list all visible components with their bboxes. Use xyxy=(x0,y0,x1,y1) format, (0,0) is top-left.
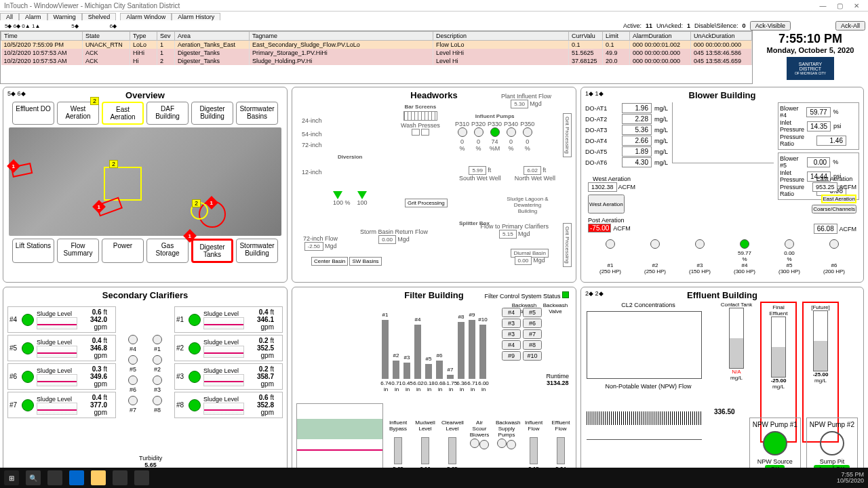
filter-bar[interactable]: #86.36in xyxy=(458,322,465,379)
filter-select-button[interactable]: #4 xyxy=(502,340,521,350)
search-icon[interactable]: 🔍 xyxy=(26,470,41,485)
nav-effluent-do[interactable]: Effluent DO xyxy=(12,102,54,125)
alarm-row[interactable]: 10/5/2020 7:55:09 PMUNACK_RTNLoLo1Aerati… xyxy=(1,41,752,49)
overview-badge: 5◆ 6◆ xyxy=(7,90,26,97)
pump-icon xyxy=(189,371,201,383)
nav-daf-building[interactable]: DAF Building xyxy=(146,102,189,125)
clarifier-item[interactable]: #6Sludge Level0.3 ft349.6 gpm xyxy=(7,363,116,390)
clarifier-item[interactable]: #1Sludge Level0.4 ft346.1 gpm xyxy=(174,306,283,333)
tab-warning[interactable]: Warning xyxy=(47,13,82,20)
filter-select-button[interactable]: #9 xyxy=(502,351,521,361)
nav-power[interactable]: Power xyxy=(102,239,144,263)
task-view-icon[interactable] xyxy=(47,470,62,485)
headworks-panel: Headworks Plant Influent Flow 5.30 Mgd B… xyxy=(292,87,576,283)
grit-processing-side-2[interactable]: Grit Processing xyxy=(563,223,572,267)
system-tray[interactable]: 7:55 PM 10/5/2020 xyxy=(837,472,864,484)
pump-icon[interactable] xyxy=(474,127,484,137)
explorer-icon[interactable] xyxy=(91,470,106,485)
east-aeration-button[interactable]: East Aeration xyxy=(821,195,856,203)
pump-icon[interactable] xyxy=(523,127,532,137)
blower-icon[interactable] xyxy=(650,239,660,249)
runtime-button[interactable]: Runtime xyxy=(546,373,569,380)
nav-lift-stations[interactable]: Lift Stations xyxy=(12,239,54,263)
tab-alarm[interactable]: Alarm xyxy=(19,13,47,20)
blower-icon[interactable] xyxy=(606,239,615,249)
ack-all-button[interactable]: Ack-All xyxy=(835,21,865,30)
filter-select-button[interactable]: #4 xyxy=(502,308,521,317)
clarifier-item[interactable]: #8Sludge Level0.6 ft352.8 gpm xyxy=(174,392,283,418)
pump-icon xyxy=(22,314,34,326)
nav-stormwater-basins[interactable]: Stormwater Basins xyxy=(236,102,278,125)
pump-icon[interactable] xyxy=(490,127,500,137)
clarifier-item[interactable]: #4Sludge Level0.6 ft342.0 gpm xyxy=(7,306,116,333)
clarifier-item[interactable]: #3Sludge Level0.2 ft358.7 gpm xyxy=(174,363,283,390)
blower-icon[interactable] xyxy=(829,239,839,249)
windows-taskbar[interactable]: ⊞ 🔍 7:55 PM 10/5/2020 xyxy=(0,468,868,488)
filter-bar[interactable]: #20.71in xyxy=(393,361,399,379)
pump-icon xyxy=(189,342,201,354)
nav-digester-tanks[interactable]: Digester Tanks xyxy=(191,239,233,263)
clock-panel: 7:55:10 PM Monday, October 5, 2020 SANIT… xyxy=(753,30,868,84)
nav-east-aeration[interactable]: East Aeration xyxy=(102,102,144,125)
filter-bar[interactable]: #46.02in xyxy=(414,325,421,379)
clarifier-item[interactable]: #7Sludge Level0.4 ft377.0 gpm xyxy=(7,392,116,418)
filter-trend[interactable] xyxy=(296,403,383,478)
filter-select-button[interactable]: #6 xyxy=(523,319,542,328)
badge-warning: 6◆ xyxy=(108,23,118,29)
nav-west-aeration[interactable]: West Aeration xyxy=(57,102,99,125)
alarm-grid[interactable]: Time State Type Sev Area Tagname Descrip… xyxy=(0,30,753,84)
app-icon-2[interactable] xyxy=(134,470,149,485)
pump-icon xyxy=(22,399,34,411)
pump-icon xyxy=(22,371,34,383)
app-icon-1[interactable] xyxy=(113,470,127,485)
tab-all[interactable]: All xyxy=(0,13,19,20)
nav-flow-summary[interactable]: Flow Summary xyxy=(57,239,99,263)
effluent-title: Effluent Building xyxy=(584,290,861,300)
ie-icon[interactable] xyxy=(69,470,84,485)
sw-basins-button[interactable]: SW Basins xyxy=(349,257,381,266)
pump-icon[interactable] xyxy=(458,127,467,137)
nav-digester-building[interactable]: Digester Building xyxy=(191,102,233,125)
filter-bar[interactable]: #50.18in xyxy=(425,364,432,379)
filter-bar[interactable]: #7-1.75in xyxy=(447,375,454,379)
tab-shelved[interactable]: Shelved xyxy=(82,13,117,20)
filter-bar[interactable]: #96.71in xyxy=(469,320,475,379)
nav-gas-storage[interactable]: Gas Storage xyxy=(146,239,189,263)
pump-icon[interactable] xyxy=(507,127,516,137)
alarm-row[interactable]: 10/2/2020 10:57:53 AMACKHiHi1Digester_Ta… xyxy=(1,49,752,57)
clarifier-item[interactable]: #5Sludge Level0.4 ft346.8 gpm xyxy=(7,335,116,361)
cl2-chart[interactable] xyxy=(587,311,702,379)
grit-processing-button[interactable]: Grit Processing xyxy=(405,199,448,207)
alarm-row[interactable]: 10/2/2020 10:57:53 AMACKHi2Digester_Tank… xyxy=(1,57,752,65)
filter-select-button[interactable]: #7 xyxy=(523,329,542,339)
start-button[interactable]: ⊞ xyxy=(4,470,19,485)
minimize-button[interactable]: — xyxy=(815,2,830,9)
grit-processing-side[interactable]: Grit Processing xyxy=(563,113,572,157)
filter-select-button[interactable]: #3 xyxy=(502,319,521,328)
west-aeration-button[interactable]: West Aeration xyxy=(588,195,625,214)
blower-icon[interactable] xyxy=(740,239,749,249)
filter-select-button[interactable]: #8 xyxy=(523,340,542,350)
tab-alarm-history[interactable]: Alarm History xyxy=(172,13,220,20)
tab-alarm-window[interactable]: Alarm Window xyxy=(120,13,172,20)
district-logo: SANITARYDISTRICTOF MICHIGAN CITY xyxy=(787,57,834,80)
clarifier-item[interactable]: #2Sludge Level0.2 ft352.5 gpm xyxy=(174,335,283,361)
close-button[interactable]: ✕ xyxy=(849,2,864,9)
filter-select-button[interactable]: #5 xyxy=(523,308,542,317)
filter-bar[interactable]: #30.45in xyxy=(403,363,410,380)
aerial-map[interactable]: 1 1 1 1 2 2 xyxy=(9,127,281,236)
coarse-channels-button[interactable]: Coarse/Channels xyxy=(812,205,856,214)
ack-visible-button[interactable]: Ack-Visible xyxy=(750,21,791,30)
blower-icon[interactable] xyxy=(785,239,794,249)
blower-icon[interactable] xyxy=(695,239,705,249)
filter-bar[interactable]: #16.74in xyxy=(382,320,389,379)
filter-bar[interactable]: #106.00in xyxy=(479,325,486,379)
center-basin-button[interactable]: Center Basin xyxy=(311,257,348,266)
npw-chart[interactable] xyxy=(587,392,702,440)
nav-stormwater-building[interactable]: Stormwater Building xyxy=(236,239,278,263)
clarifiers-panel: Secondary Clarifiers #4Sludge Level0.6 f… xyxy=(3,287,288,483)
filter-select-button[interactable]: #3 xyxy=(502,329,521,339)
filter-select-button[interactable]: #10 xyxy=(523,351,542,361)
maximize-button[interactable]: ▢ xyxy=(832,2,847,9)
filter-bar[interactable]: #60.68in xyxy=(436,361,443,379)
